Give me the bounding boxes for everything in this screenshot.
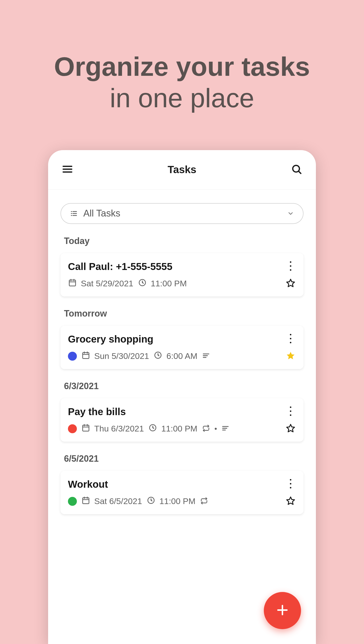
task-time-text: 11:00 PM xyxy=(161,424,197,434)
kebab-icon xyxy=(289,479,292,490)
task-date: Sat 5/29/2021 xyxy=(68,278,133,289)
category-dot xyxy=(68,352,77,361)
add-task-fab[interactable] xyxy=(264,592,301,629)
task-time: 11:00 PM xyxy=(146,496,196,507)
task-time: 11:00 PM xyxy=(138,278,187,289)
task-title: Call Paul: +1-555-5555 xyxy=(68,261,285,272)
notes-icon xyxy=(221,424,230,434)
category-dot xyxy=(68,424,77,433)
menu-button[interactable] xyxy=(61,163,74,176)
clock-icon xyxy=(138,278,147,289)
task-time-text: 6:00 AM xyxy=(166,351,197,361)
clock-icon xyxy=(146,496,155,507)
clock-icon xyxy=(153,351,162,362)
task-time: 6:00 AM xyxy=(153,351,197,362)
task-menu-button[interactable] xyxy=(285,334,296,344)
calendar-icon xyxy=(81,496,90,507)
kebab-icon xyxy=(289,406,292,417)
task-card[interactable]: WorkoutSat 6/5/202111:00 PM xyxy=(61,471,303,514)
task-date-text: Sun 5/30/2021 xyxy=(94,351,149,361)
filter-label: All Tasks xyxy=(83,208,287,219)
task-date-text: Thu 6/3/2021 xyxy=(94,424,144,434)
task-date: Thu 6/3/2021 xyxy=(81,423,144,434)
task-date: Sat 6/5/2021 xyxy=(81,496,142,507)
star-outline-icon xyxy=(285,496,296,507)
category-dot xyxy=(68,497,77,506)
section-header: 6/3/2021 xyxy=(64,381,303,391)
filter-dropdown[interactable]: All Tasks xyxy=(61,203,303,224)
star-outline-icon xyxy=(285,423,296,435)
content-area: All Tasks TodayCall Paul: +1-555-5555Sat… xyxy=(48,190,316,644)
section-header: 6/5/2021 xyxy=(64,454,303,464)
separator-dot xyxy=(215,428,217,430)
task-title: Pay the bills xyxy=(68,406,285,417)
task-menu-button[interactable] xyxy=(285,479,296,490)
search-icon xyxy=(291,164,302,176)
search-button[interactable] xyxy=(290,163,303,176)
notes-icon xyxy=(202,352,210,361)
app-bar: Tasks xyxy=(48,150,316,190)
star-filled-icon xyxy=(285,350,296,362)
plus-icon xyxy=(276,604,289,618)
task-title: Workout xyxy=(68,479,285,490)
task-time: 11:00 PM xyxy=(148,423,197,434)
task-card[interactable]: Grocery shoppingSun 5/30/20216:00 AM xyxy=(61,326,303,369)
task-time-text: 11:00 PM xyxy=(159,496,196,506)
promo-line2: in one place xyxy=(54,84,310,113)
calendar-icon xyxy=(81,423,90,434)
task-menu-button[interactable] xyxy=(285,261,296,272)
task-card[interactable]: Pay the billsThu 6/3/202111:00 PM xyxy=(61,398,303,442)
list-icon xyxy=(70,210,78,218)
star-toggle[interactable] xyxy=(285,423,296,435)
task-menu-button[interactable] xyxy=(285,406,296,417)
task-time-text: 11:00 PM xyxy=(151,279,187,288)
task-date: Sun 5/30/2021 xyxy=(81,351,149,362)
task-date-text: Sat 6/5/2021 xyxy=(94,496,142,506)
phone-frame: Tasks All Tasks TodayCall Paul: +1-555-5… xyxy=(48,150,316,644)
calendar-icon xyxy=(68,278,77,289)
kebab-icon xyxy=(289,334,292,344)
repeat-icon xyxy=(202,424,210,434)
section-header: Today xyxy=(64,236,303,246)
promo-line1: Organize your tasks xyxy=(54,52,310,82)
star-toggle[interactable] xyxy=(285,350,296,362)
task-title: Grocery shopping xyxy=(68,334,285,345)
task-card[interactable]: Call Paul: +1-555-5555Sat 5/29/202111:00… xyxy=(61,253,303,296)
menu-icon xyxy=(62,164,73,176)
star-toggle[interactable] xyxy=(285,278,296,290)
app-title: Tasks xyxy=(79,164,285,176)
chevron-down-icon xyxy=(287,210,294,217)
section-header: Tomorrow xyxy=(64,308,303,319)
kebab-icon xyxy=(289,261,292,272)
star-toggle[interactable] xyxy=(285,496,296,507)
calendar-icon xyxy=(81,351,90,362)
promo-heading: Organize your tasks in one place xyxy=(54,52,310,113)
star-outline-icon xyxy=(285,278,296,290)
clock-icon xyxy=(148,423,157,434)
task-date-text: Sat 5/29/2021 xyxy=(81,279,133,288)
repeat-icon xyxy=(200,496,208,506)
